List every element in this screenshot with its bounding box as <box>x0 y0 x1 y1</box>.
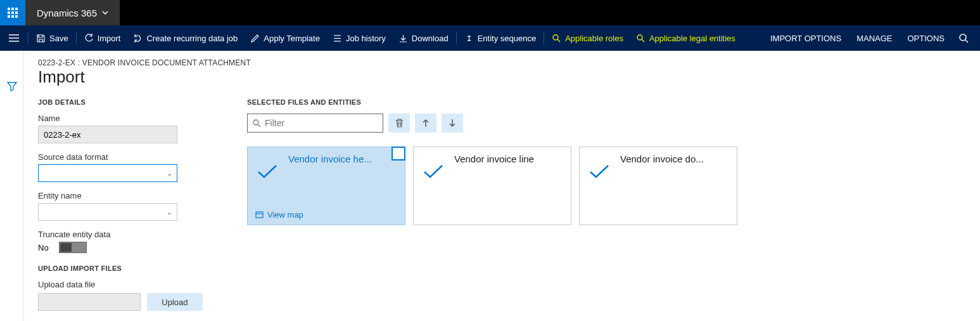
app-launcher-button[interactable] <box>0 0 25 25</box>
applicable-legal-button[interactable]: Applicable legal entities <box>630 25 742 51</box>
truncate-label: Truncate entity data <box>38 230 203 239</box>
svg-line-20 <box>965 40 968 43</box>
move-up-button[interactable] <box>415 114 436 133</box>
svg-rect-5 <box>15 11 18 14</box>
truncate-value: No <box>38 243 49 252</box>
filter-box[interactable] <box>247 114 383 133</box>
svg-line-22 <box>258 124 260 127</box>
right-commands: IMPORT OPTIONS MANAGE OPTIONS <box>763 25 975 51</box>
source-format-select[interactable] <box>38 164 177 182</box>
hamburger-button[interactable] <box>5 34 23 42</box>
svg-point-21 <box>253 120 258 125</box>
save-button[interactable]: Save <box>30 25 75 51</box>
selection-checkbox[interactable] <box>391 147 405 160</box>
brand-menu[interactable]: Dynamics 365 <box>25 0 120 25</box>
pencil-icon <box>250 34 260 43</box>
selected-files-header: SELECTED FILES AND ENTITIES <box>247 98 966 106</box>
import-button[interactable]: Import <box>78 25 127 51</box>
move-down-button[interactable] <box>442 114 463 133</box>
svg-line-18 <box>642 39 644 42</box>
upload-file-field[interactable] <box>38 293 141 311</box>
recurring-job-button[interactable]: Create recurring data job <box>127 25 244 51</box>
import-label: Import <box>98 34 121 43</box>
brand-label: Dynamics 365 <box>37 8 97 18</box>
svg-rect-4 <box>11 11 14 14</box>
apply-template-button[interactable]: Apply Template <box>244 25 326 51</box>
entity-card[interactable]: Vendor invoice he...View map <box>247 147 405 225</box>
svg-point-19 <box>960 34 966 41</box>
divider <box>28 32 29 44</box>
entity-sequence-label: Entity sequence <box>478 34 537 43</box>
filter-rail-button[interactable] <box>7 81 17 91</box>
entity-card[interactable]: Vendor invoice line <box>413 147 571 225</box>
map-icon <box>255 211 264 219</box>
download-icon <box>398 34 408 43</box>
name-label: Name <box>38 114 203 123</box>
truncate-toggle[interactable] <box>59 242 87 253</box>
hamburger-icon <box>9 34 19 42</box>
options-label: OPTIONS <box>907 34 945 43</box>
svg-line-16 <box>557 39 560 42</box>
job-history-label: Job history <box>346 34 386 43</box>
recurring-label: Create recurring data job <box>146 34 238 43</box>
source-format-label: Source data format <box>38 152 203 162</box>
top-bar: Dynamics 365 <box>0 0 980 25</box>
search-icon <box>552 34 561 43</box>
chevron-down-icon <box>102 11 108 15</box>
svg-rect-7 <box>11 15 14 18</box>
applicable-legal-label: Applicable legal entities <box>649 34 735 43</box>
job-details-header: JOB DETAILS <box>38 98 203 106</box>
main-content: 0223-2-EX : VENDOR INVOICE DOCUMENT ATTA… <box>24 51 980 321</box>
entity-name-label: Entity name <box>38 191 203 200</box>
checkmark-icon <box>423 164 444 179</box>
funnel-icon <box>7 81 17 91</box>
entity-sequence-button[interactable]: Entity sequence <box>458 25 543 51</box>
command-bar: Save Import Create recurring data job Ap… <box>0 25 980 51</box>
svg-rect-3 <box>8 11 10 14</box>
entity-card-title: Vendor invoice he... <box>288 154 397 164</box>
divider <box>544 32 544 44</box>
breadcrumb: 0223-2-EX : VENDOR INVOICE DOCUMENT ATTA… <box>38 58 966 67</box>
search-icon <box>958 33 969 43</box>
search-icon <box>253 119 261 128</box>
upload-header: UPLOAD IMPORT FILES <box>38 265 203 272</box>
svg-rect-0 <box>8 8 10 10</box>
divider <box>76 32 77 44</box>
trash-icon <box>395 118 404 128</box>
delete-button[interactable] <box>388 114 410 133</box>
waffle-icon <box>8 8 18 18</box>
import-options-button[interactable]: IMPORT OPTIONS <box>763 25 849 51</box>
view-map-link[interactable]: View map <box>255 210 303 219</box>
filter-input[interactable] <box>265 118 378 128</box>
entity-card-title: Vendor invoice do... <box>620 154 729 164</box>
manage-label: MANAGE <box>856 34 892 43</box>
options-button[interactable]: OPTIONS <box>900 25 952 51</box>
divider <box>456 32 457 44</box>
entity-card-title: Vendor invoice line <box>454 154 563 164</box>
entity-cards: Vendor invoice he...View mapVendor invoi… <box>247 147 966 225</box>
name-input[interactable] <box>38 126 177 143</box>
checkmark-icon <box>257 164 278 179</box>
toggle-knob <box>60 243 72 252</box>
applicable-roles-button[interactable]: Applicable roles <box>545 25 630 51</box>
svg-rect-8 <box>15 15 18 18</box>
applicable-roles-label: Applicable roles <box>565 34 623 43</box>
job-history-button[interactable]: Job history <box>326 25 392 51</box>
svg-rect-1 <box>11 8 14 10</box>
svg-point-17 <box>637 35 642 40</box>
upload-button[interactable]: Upload <box>147 293 203 311</box>
link-icon <box>464 34 474 43</box>
selected-files-panel: SELECTED FILES AND ENTITIES <box>247 98 966 311</box>
import-options-label: IMPORT OPTIONS <box>770 34 841 43</box>
manage-button[interactable]: MANAGE <box>849 25 900 51</box>
entity-card[interactable]: Vendor invoice do... <box>579 147 737 225</box>
download-button[interactable]: Download <box>392 25 455 51</box>
save-icon <box>36 34 46 43</box>
entity-name-select[interactable] <box>38 203 177 221</box>
page-title: Import <box>38 67 966 87</box>
svg-rect-2 <box>15 8 18 10</box>
global-search-button[interactable] <box>952 25 975 51</box>
checkmark-icon <box>589 164 610 179</box>
job-details-panel: JOB DETAILS Name Source data format ⌄ En… <box>38 98 203 311</box>
search-icon <box>636 34 646 43</box>
